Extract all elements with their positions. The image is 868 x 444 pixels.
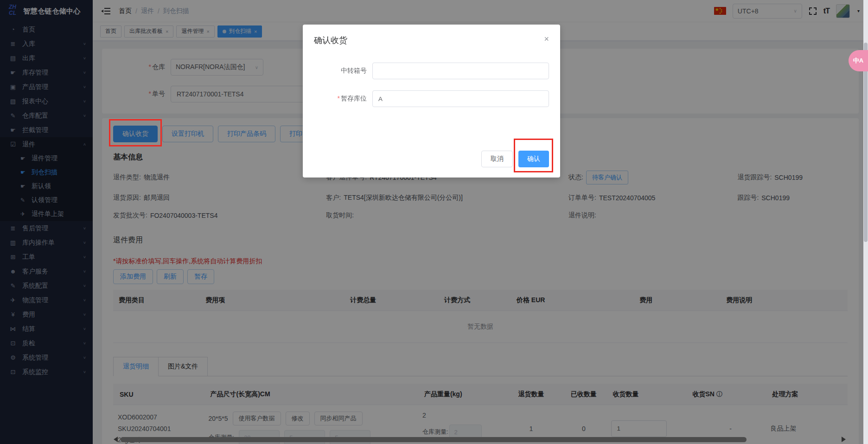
cancel-button[interactable]: 取消 [481, 151, 513, 167]
modal-title: 确认收货 [314, 35, 347, 46]
app-root: ZHCL 智慧仓链仓储中心 ◔首页 ≣入库∨ ▤出库∨ ☛库存管理∨ ▣产品管理… [0, 0, 868, 444]
transit-box-input[interactable] [372, 63, 549, 79]
close-icon[interactable]: × [544, 35, 549, 43]
confirm-receipt-modal: 确认收货 × 中转箱号 *暂存库位 取消 确认 [303, 25, 560, 178]
translate-icon: 中A [853, 57, 863, 65]
transit-box-label: 中转箱号 [314, 67, 372, 75]
temp-slot-input[interactable] [372, 90, 549, 107]
scrollbar-thumb[interactable] [864, 43, 868, 242]
temp-slot-label: *暂存库位 [314, 95, 372, 103]
translate-fab-button[interactable]: 中A [849, 50, 868, 71]
confirm-button[interactable]: 确认 [518, 151, 549, 167]
